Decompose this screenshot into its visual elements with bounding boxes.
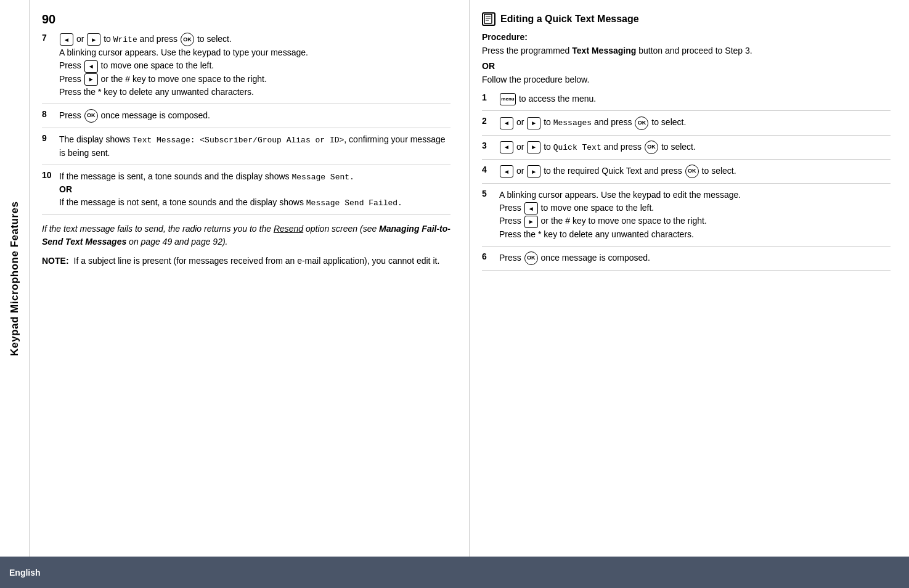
or-label-10: OR [59,184,72,194]
step1-text: to access the menu. [519,94,596,104]
right-column: Editing a Quick Text Message Procedure: … [470,0,909,557]
right-step-num-2: 2 [482,116,494,129]
left-move-icon-7: ◄ [84,60,98,73]
right-nav-4: ► [527,165,540,178]
right-step-6: 6 Press OK once message is composed. [482,251,891,271]
ok-icon-6: OK [524,251,538,265]
right-step-5: 5 A blinking cursor appears. Use the key… [482,189,891,247]
italic-text: If the text message fails to send, the r… [42,224,379,234]
step-num-8: 8 [42,109,54,123]
step-9: 9 The display shows Text Message: <Subsc… [42,133,450,165]
right-step-content-5: A blinking cursor appears. Use the keypa… [499,189,891,241]
step8-press: Press [59,110,84,120]
left-nav-3: ◄ [500,141,513,153]
left-arrow-icon: ◄ [60,33,73,46]
right-step-content-1: menu to access the menu. [499,92,891,105]
section-icon [482,12,495,26]
procedure-text: Press the programmed Text Messaging butt… [482,44,891,57]
step-num-7: 7 [42,33,54,99]
right-step-3: 3 ◄ or ► to Quick Text and press OK to s… [482,141,891,160]
left-nav-4: ◄ [500,165,513,178]
right-move-icon-7: ► [84,73,98,86]
right-nav-3: ► [527,141,540,153]
step-num-10: 10 [42,170,54,210]
right-nav-2: ► [527,117,540,129]
right-step-num-1: 1 [482,92,494,105]
nav-left-icon: ◄ [59,34,76,44]
page-number: 90 [42,12,450,27]
sidebar-label: Keypad Microphone Features [9,201,21,356]
procedure-label: Procedure: [482,32,891,42]
right-step-content-2: ◄ or ► to Messages and press OK to selec… [499,116,891,129]
right-step-content-4: ◄ or ► to the required Quick Text and pr… [499,165,891,178]
doc-icon [484,14,494,24]
italic-text2: on page 49 and page 92). [126,237,227,247]
note-label: NOTE: [42,256,69,266]
right-step-num-5: 5 [482,189,494,241]
menu-icon-1: menu [500,93,516,105]
or-text-inline: or [76,34,86,44]
right-step-num-6: 6 [482,251,494,265]
note-block: NOTE: If a subject line is present (for … [42,256,450,266]
step-content-7: ◄ or ► to Write and press OK to select. … [59,33,450,99]
sidebar: Keypad Microphone Features [0,0,30,557]
right-step-2: 2 ◄ or ► to Messages and press OK to sel… [482,116,891,135]
right-arrow-icon: ► [87,33,100,46]
right-step-4: 4 ◄ or ► to the required Quick Text and … [482,165,891,184]
or-label-right: OR [482,61,891,71]
follow-text: Follow the procedure below. [482,73,891,86]
ok-icon-8: OK [84,109,98,123]
right-step-1: 1 menu to access the menu. [482,92,891,111]
step-8: 8 Press OK once message is composed. [42,109,450,128]
right-step-content-3: ◄ or ► to Quick Text and press OK to sel… [499,141,891,154]
step7-text1: to Write and press [104,34,180,44]
procedure-bold: Text Messaging [572,46,636,55]
ok-icon-7: OK [181,33,194,46]
procedure-intro: Press the programmed [482,46,572,55]
left-column: 90 7 ◄ or ► to Write and press OK to sel… [30,0,470,557]
ok-icon-4: OK [685,165,699,178]
ok-icon-3: OK [645,141,658,154]
step8-text: once message is composed. [101,110,210,120]
right-step-content-6: Press OK once message is composed. [499,251,891,265]
note-text: If a subject line is present (for messag… [74,256,440,266]
step10-text2: If the message is not sent, a tone sound… [59,197,402,207]
right-step-num-3: 3 [482,141,494,154]
ok-icon-2: OK [635,116,648,130]
left-nav-2: ◄ [500,117,513,129]
italic-paragraph: If the text message fails to send, the r… [42,223,450,248]
right-step-num-4: 4 [482,165,494,178]
right-move-5: ► [524,216,538,228]
step-7: 7 ◄ or ► to Write and press OK to select… [42,33,450,104]
footer: English [0,557,909,588]
footer-language: English [9,568,41,578]
step-content-9: The display shows Text Message: <Subscri… [59,133,450,160]
step-content-10: If the message is sent, a tone sounds an… [59,170,450,210]
step-10: 10 If the message is sent, a tone sounds… [42,170,450,215]
step-num-9: 9 [42,133,54,160]
step10-text1: If the message is sent, a tone sounds an… [59,171,354,181]
section-heading: Editing a Quick Text Message [482,12,891,26]
procedure-intro2: button and proceed to Step 3. [636,46,752,55]
step-content-8: Press OK once message is composed. [59,109,450,123]
section-title: Editing a Quick Text Message [500,14,639,25]
resend-link: Resend [274,224,303,234]
step9-text1: The display shows Text Message: <Subscri… [59,134,446,158]
left-move-5: ◄ [524,202,538,214]
